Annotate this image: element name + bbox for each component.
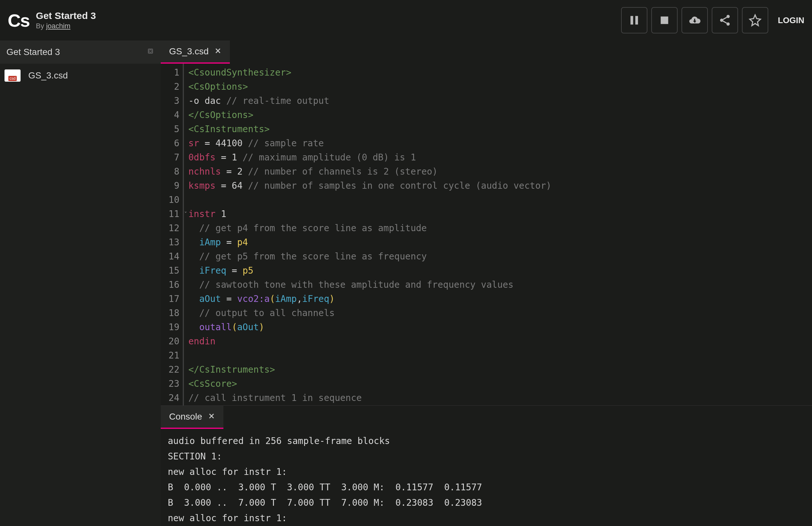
- code-line[interactable]: iAmp = p4: [188, 235, 812, 250]
- line-number: 8: [161, 165, 183, 179]
- line-number: 24: [161, 391, 183, 405]
- code-line[interactable]: sr = 44100 // sample rate: [188, 136, 812, 151]
- share-button[interactable]: [712, 7, 738, 33]
- editor-area: GS_3.csd 1234567891011121314151617181920…: [161, 41, 812, 526]
- code-line[interactable]: -o dac // real-time output: [188, 94, 812, 108]
- code-line[interactable]: [188, 349, 812, 362]
- svg-point-4: [720, 19, 723, 22]
- close-icon: [147, 47, 154, 55]
- code-line[interactable]: // get p5 from the score line as frequen…: [188, 250, 812, 264]
- stop-icon: [658, 14, 671, 27]
- line-number: 12: [161, 221, 183, 235]
- login-link[interactable]: LOGIN: [778, 15, 804, 25]
- line-number: 11: [161, 207, 183, 221]
- code-line[interactable]: <CsoundSynthesizer>: [188, 66, 812, 80]
- code-line[interactable]: aOut = vco2:a(iAmp,iFreq): [188, 292, 812, 306]
- close-icon: [214, 47, 221, 54]
- console-tab-close[interactable]: [208, 412, 215, 422]
- code-line[interactable]: <CsInstruments>: [188, 122, 812, 136]
- close-icon: [208, 412, 215, 420]
- pause-button[interactable]: [621, 7, 648, 33]
- favorite-button[interactable]: [742, 7, 768, 33]
- line-number: 19: [161, 320, 183, 335]
- code-line[interactable]: // call instrument 1 in sequence: [188, 391, 812, 405]
- code-content[interactable]: <CsoundSynthesizer><CsOptions>-o dac // …: [183, 64, 812, 406]
- cloud-download-icon: [688, 14, 701, 27]
- by-prefix: By: [36, 22, 46, 30]
- line-number: 15: [161, 264, 183, 278]
- code-line[interactable]: // get p4 from the score line as amplitu…: [188, 221, 812, 235]
- line-number: 4: [161, 108, 183, 122]
- download-button[interactable]: [681, 7, 708, 33]
- topbar-right: LOGIN: [621, 7, 804, 33]
- line-number: 18: [161, 306, 183, 320]
- project-title: Get Started 3: [36, 10, 96, 21]
- editor-tab-label: GS_3.csd: [169, 46, 208, 57]
- line-number: 7: [161, 151, 183, 165]
- share-icon: [719, 14, 731, 27]
- pause-icon: [628, 14, 641, 27]
- file-item[interactable]: GS_3.csd: [0, 64, 161, 87]
- code-line[interactable]: nchnls = 2 // number of channels is 2 (s…: [188, 165, 812, 179]
- line-number: 3: [161, 94, 183, 108]
- svg-rect-2: [661, 16, 668, 24]
- line-number: 9: [161, 179, 183, 193]
- byline: By joachim: [36, 22, 96, 30]
- line-number: 17: [161, 292, 183, 306]
- svg-rect-1: [635, 16, 638, 25]
- line-number: 16: [161, 278, 183, 292]
- csd-file-icon: [4, 69, 20, 82]
- code-line[interactable]: <CsOptions>: [188, 80, 812, 94]
- sidebar-header: Get Started 3: [0, 41, 161, 64]
- svg-point-3: [726, 15, 730, 18]
- main-row: Get Started 3 GS_3.csd GS_3.csd 12345678…: [0, 41, 812, 526]
- line-number: 1: [161, 66, 183, 80]
- line-number: 14: [161, 250, 183, 264]
- editor-tab-row: GS_3.csd: [161, 41, 812, 64]
- sidebar-close-icon[interactable]: [147, 47, 154, 57]
- code-line[interactable]: 0dbfs = 1 // maximum amplitude (0 dB) is…: [188, 151, 812, 165]
- topbar-left: Cs Get Started 3 By joachim: [8, 10, 96, 31]
- code-line[interactable]: iFreq = p5: [188, 264, 812, 278]
- line-number: 5: [161, 122, 183, 136]
- code-line[interactable]: endin: [188, 335, 812, 349]
- console-tab-row: Console: [161, 406, 812, 429]
- editor-tab-close[interactable]: [214, 46, 221, 57]
- line-number-gutter: 123456789101112131415161718192021222324: [161, 64, 183, 406]
- title-block: Get Started 3 By joachim: [36, 10, 96, 30]
- code-line[interactable]: ksmps = 64 // number of samples in one c…: [188, 179, 812, 193]
- code-line[interactable]: outall(aOut): [188, 320, 812, 335]
- star-icon: [749, 14, 762, 27]
- line-number: 13: [161, 235, 183, 250]
- code-line[interactable]: </CsOptions>: [188, 108, 812, 122]
- editor-tab[interactable]: GS_3.csd: [161, 41, 230, 64]
- code-editor[interactable]: 123456789101112131415161718192021222324 …: [161, 64, 812, 406]
- line-number: 2: [161, 80, 183, 94]
- code-line[interactable]: // output to all channels: [188, 306, 812, 320]
- line-number: 6: [161, 136, 183, 151]
- line-number: 22: [161, 362, 183, 377]
- stop-button[interactable]: [651, 7, 678, 33]
- sidebar-title: Get Started 3: [6, 47, 60, 57]
- sidebar: Get Started 3 GS_3.csd: [0, 41, 161, 526]
- console-panel: Console audio buffered in 256 sample-fra…: [161, 406, 812, 526]
- file-name: GS_3.csd: [28, 70, 68, 81]
- author-link[interactable]: joachim: [46, 22, 70, 30]
- line-number: 20: [161, 335, 183, 349]
- line-number: 23: [161, 377, 183, 391]
- code-line[interactable]: [188, 193, 812, 207]
- line-number: 21: [161, 349, 183, 362]
- console-tab[interactable]: Console: [161, 406, 223, 429]
- svg-rect-0: [630, 16, 633, 25]
- logo: Cs: [8, 10, 30, 31]
- code-line[interactable]: // sawtooth tone with these amplitude an…: [188, 278, 812, 292]
- console-tab-label: Console: [169, 412, 202, 422]
- code-line[interactable]: <CsScore>: [188, 377, 812, 391]
- code-line[interactable]: instr 1: [188, 207, 812, 221]
- line-number: 10: [161, 193, 183, 207]
- console-output[interactable]: audio buffered in 256 sample-frame block…: [161, 429, 812, 526]
- code-line[interactable]: </CsInstruments>: [188, 362, 812, 377]
- svg-point-5: [726, 23, 730, 26]
- topbar: Cs Get Started 3 By joachim LOGIN: [0, 0, 812, 41]
